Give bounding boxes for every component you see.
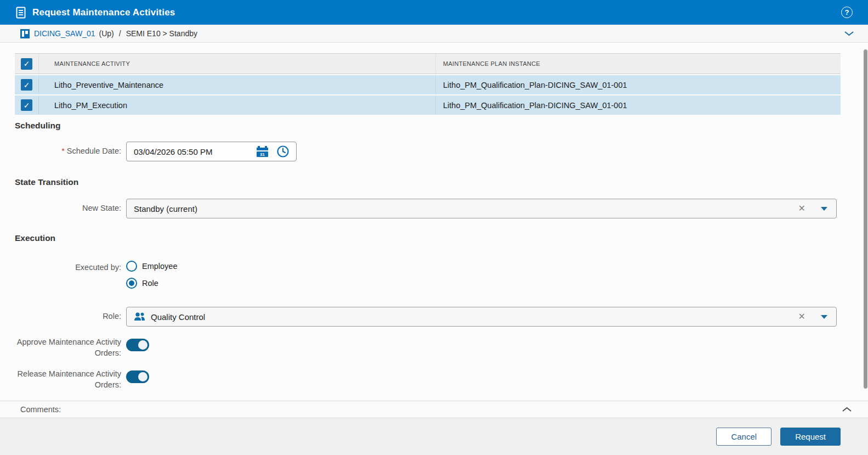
required-asterisk: * — [61, 147, 65, 155]
role-value: Quality Control — [151, 312, 798, 322]
role-row: Role: Quality Control ✕ — [15, 307, 841, 327]
request-button[interactable]: Request — [780, 428, 841, 446]
cancel-button[interactable]: Cancel — [716, 428, 771, 446]
release-row: Release Maintenance Activity Orders: — [15, 369, 841, 390]
dropdown-arrow-icon[interactable] — [821, 207, 827, 211]
section-title-execution: Execution — [15, 233, 841, 243]
table-header-row: ✓ MAINTENANCE ACTIVITY MAINTENANCE PLAN … — [15, 53, 841, 74]
schedule-date-input[interactable]: 03/04/2026 05:50 PM 31 — [126, 142, 297, 161]
cell-maintenance-activity: Litho_PM_Execution — [39, 96, 436, 115]
executed-by-radio-group: Employee Role — [126, 261, 177, 289]
radio-role-label: Role — [142, 279, 158, 288]
row-checkbox[interactable]: ✓ — [21, 79, 32, 91]
cell-maintenance-activity: Litho_Preventive_Maintenance — [39, 75, 436, 94]
comments-section-header[interactable]: Comments: — [0, 401, 868, 418]
breadcrumb: DICING_SAW_01 (Up) / SEMI E10 > Standby — [0, 25, 868, 43]
role-select[interactable]: Quality Control ✕ — [126, 307, 837, 327]
page-title: Request Maintenance Activities — [32, 7, 841, 18]
chevron-up-icon[interactable] — [842, 407, 852, 412]
table-row[interactable]: ✓ Litho_PM_Execution Litho_PM_Qualificat… — [15, 96, 841, 115]
clear-icon[interactable]: ✕ — [798, 312, 805, 321]
select-all-checkbox[interactable]: ✓ — [21, 58, 32, 70]
column-header-maintenance-activity: MAINTENANCE ACTIVITY — [39, 54, 436, 74]
svg-text:31: 31 — [260, 152, 264, 157]
release-orders-toggle[interactable] — [126, 370, 149, 383]
new-state-row: New State: Standby (current) ✕ — [15, 199, 841, 218]
maintenance-activities-table: ✓ MAINTENANCE ACTIVITY MAINTENANCE PLAN … — [15, 53, 841, 115]
approve-row: Approve Maintenance Activity Orders: — [15, 337, 841, 358]
dialog-footer: Cancel Request — [0, 418, 868, 455]
section-title-state-transition: State Transition — [15, 177, 841, 187]
release-orders-label: Release Maintenance Activity Orders: — [15, 369, 126, 390]
radio-employee-label: Employee — [142, 262, 177, 271]
schedule-date-row: *Schedule Date: 03/04/2026 05:50 PM 31 — [15, 142, 841, 161]
toggle-knob — [138, 340, 147, 350]
clear-icon[interactable]: ✕ — [798, 204, 805, 213]
equipment-icon — [20, 29, 30, 38]
comments-label: Comments: — [20, 405, 61, 414]
role-people-icon — [134, 312, 145, 321]
new-state-select[interactable]: Standby (current) ✕ — [126, 199, 837, 218]
approve-orders-toggle[interactable] — [126, 339, 149, 351]
document-icon — [15, 7, 26, 19]
schedule-date-label: *Schedule Date: — [15, 146, 126, 157]
column-header-maintenance-plan-instance: MAINTENANCE PLAN INSTANCE — [436, 60, 841, 67]
breadcrumb-separator: / — [119, 29, 121, 38]
breadcrumb-path: SEMI E10 > Standby — [126, 29, 197, 38]
cell-maintenance-plan-instance: Litho_PM_Qualification_Plan-DICING_SAW_0… — [436, 101, 841, 110]
table-row[interactable]: ✓ Litho_Preventive_Maintenance Litho_PM_… — [15, 75, 841, 94]
radio-role[interactable] — [126, 278, 137, 289]
executed-by-row: Executed by: Employee Role — [15, 261, 841, 289]
calendar-icon[interactable]: 31 — [256, 145, 269, 158]
row-checkbox[interactable]: ✓ — [21, 99, 32, 111]
vertical-scrollbar[interactable] — [864, 49, 867, 389]
executed-by-label: Executed by: — [15, 261, 126, 273]
help-icon[interactable]: ? — [841, 7, 853, 18]
cell-maintenance-plan-instance: Litho_PM_Qualification_Plan-DICING_SAW_0… — [436, 81, 841, 89]
section-title-scheduling: Scheduling — [15, 121, 841, 131]
toggle-knob — [138, 372, 147, 381]
radio-option-employee[interactable]: Employee — [126, 261, 177, 272]
clock-icon[interactable] — [277, 145, 289, 158]
chevron-down-icon[interactable] — [844, 31, 854, 36]
schedule-date-value[interactable]: 03/04/2026 05:50 PM — [134, 147, 256, 156]
main-content: ✓ MAINTENANCE ACTIVITY MAINTENANCE PLAN … — [0, 43, 868, 401]
role-label: Role: — [15, 311, 126, 322]
approve-orders-label: Approve Maintenance Activity Orders: — [15, 337, 126, 358]
radio-employee[interactable] — [126, 261, 137, 272]
breadcrumb-up-label: (Up) — [99, 29, 114, 38]
new-state-value: Standby (current) — [134, 204, 798, 214]
radio-option-role[interactable]: Role — [126, 278, 177, 289]
app-header: Request Maintenance Activities ? — [0, 0, 868, 25]
breadcrumb-entity-link[interactable]: DICING_SAW_01 — [34, 29, 95, 38]
new-state-label: New State: — [15, 203, 126, 214]
dropdown-arrow-icon[interactable] — [821, 315, 827, 319]
